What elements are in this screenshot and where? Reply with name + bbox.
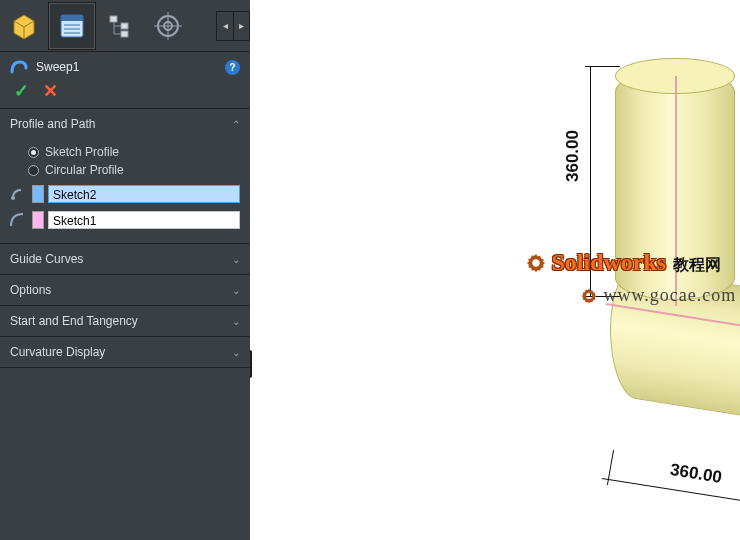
section-profile-path: Profile and Path ⌃ Sketch Profile Circul…: [0, 109, 250, 244]
dimension-vertical-length[interactable]: 360.00: [564, 130, 581, 182]
section-title: Curvature Display: [10, 345, 232, 359]
section-tangency: Start and End Tangency ⌄: [0, 306, 250, 337]
extension-line: [585, 296, 620, 297]
sweep-icon: [10, 58, 28, 76]
radio-unchecked-icon: [28, 165, 39, 176]
section-header-profile-path[interactable]: Profile and Path ⌃: [0, 109, 250, 139]
dimension-horizontal-length[interactable]: 360.00: [669, 461, 723, 486]
svg-point-12: [11, 196, 15, 200]
profile-selection-row: Sketch2: [6, 183, 240, 205]
target-icon: [154, 12, 182, 40]
graphics-viewport[interactable]: 360.00 360.00 ⌀210.00 Profile(Sketch2) P…: [250, 0, 740, 540]
section-header-tangency[interactable]: Start and End Tangency ⌄: [0, 306, 250, 336]
radio-circular-profile[interactable]: Circular Profile: [28, 161, 240, 179]
tab-dimxpert[interactable]: [144, 2, 192, 50]
section-title: Start and End Tangency: [10, 314, 232, 328]
dimension-line: [590, 66, 591, 296]
profile-sketch-icon: [6, 183, 28, 205]
chevron-down-icon: ⌄: [232, 254, 240, 265]
confirm-row: ✓ ✕: [0, 80, 250, 109]
config-tree-icon: [107, 13, 133, 39]
help-icon[interactable]: ?: [225, 60, 240, 75]
profile-selection-input[interactable]: Sketch2: [48, 185, 240, 203]
gear-icon: [525, 252, 547, 274]
chevron-up-icon: ⌃: [232, 119, 240, 130]
svg-rect-6: [121, 23, 128, 29]
chevron-down-icon: ⌄: [232, 316, 240, 327]
ok-button[interactable]: ✓: [14, 80, 29, 102]
chevron-down-icon: ⌄: [232, 347, 240, 358]
section-header-curvature[interactable]: Curvature Display ⌄: [0, 337, 250, 367]
panel-tabstrip: ◂ ▸: [0, 0, 250, 52]
section-header-guide-curves[interactable]: Guide Curves ⌄: [0, 244, 250, 274]
feature-name: Sweep1: [36, 60, 217, 74]
path-selection-row: Sketch1: [6, 209, 240, 231]
property-manager-icon: [59, 13, 85, 39]
radio-label: Sketch Profile: [45, 145, 119, 159]
tab-configuration-manager[interactable]: [96, 2, 144, 50]
feature-panel: ◂ ▸ Sweep1 ? ✓ ✕ Profile and Path ⌃ Sket…: [0, 0, 250, 540]
chevron-down-icon: ⌄: [232, 285, 240, 296]
svg-rect-5: [110, 16, 117, 22]
svg-rect-7: [121, 31, 128, 37]
section-header-options[interactable]: Options ⌄: [0, 275, 250, 305]
cancel-button[interactable]: ✕: [43, 80, 58, 102]
profile-color-swatch: [32, 185, 44, 203]
feature-cube-icon: [9, 11, 39, 41]
svg-rect-1: [61, 15, 83, 21]
pager-prev[interactable]: ◂: [217, 12, 233, 40]
path-color-swatch: [32, 211, 44, 229]
tab-feature-manager[interactable]: [0, 2, 48, 50]
sweep-path-vertical: [675, 76, 677, 306]
section-guide-curves: Guide Curves ⌄: [0, 244, 250, 275]
section-options: Options ⌄: [0, 275, 250, 306]
panel-drag-handle[interactable]: [250, 350, 252, 378]
radio-sketch-profile[interactable]: Sketch Profile: [28, 143, 240, 161]
section-title: Guide Curves: [10, 252, 232, 266]
radio-label: Circular Profile: [45, 163, 124, 177]
tab-property-manager[interactable]: [48, 2, 96, 50]
radio-checked-icon: [28, 147, 39, 158]
feature-title-row: Sweep1 ?: [0, 52, 250, 80]
section-curvature: Curvature Display ⌄: [0, 337, 250, 368]
section-title: Profile and Path: [10, 117, 232, 131]
tabstrip-pager: ◂ ▸: [216, 11, 250, 41]
path-selection-input[interactable]: Sketch1: [48, 211, 240, 229]
path-sketch-icon: [6, 209, 28, 231]
pager-next[interactable]: ▸: [233, 12, 249, 40]
section-title: Options: [10, 283, 232, 297]
